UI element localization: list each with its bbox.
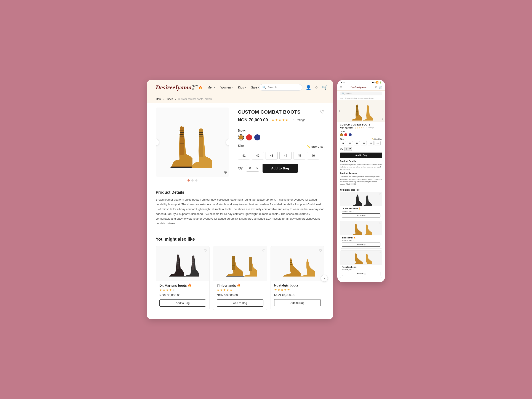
rec-add-button-dr-martens[interactable]: Add to Bag [159, 299, 206, 307]
size-grid: 41 42 43 44 45 46 [238, 152, 324, 160]
mobile-size-label: Size [340, 138, 344, 140]
mobile-size-row: Size 📏 Size Chart [340, 138, 382, 140]
mobile-menu-icon[interactable]: ☰ [340, 86, 342, 89]
mobile-rec-add-dr-martens[interactable]: Add to Bag [342, 213, 380, 218]
qty-select[interactable]: 0 1 2 3 [246, 165, 259, 172]
mobile-price: NGN 70,000.00 [340, 127, 354, 129]
mobile-size-chart-link[interactable]: 📏 Size Chart [372, 138, 382, 140]
mobile-swatch-red[interactable] [344, 133, 347, 136]
svg-point-8 [179, 130, 180, 131]
rec-card-dr-martens: ♡ [156, 246, 209, 310]
breadcrumb-shoes[interactable]: Shoes [166, 98, 173, 101]
rec-price-nostalgic: NGN 45,000.00 [274, 293, 321, 297]
mobile-size-43[interactable]: 43 [354, 141, 360, 145]
mobile-swatch-navy[interactable] [348, 133, 352, 136]
svg-rect-34 [249, 257, 252, 271]
rec-next-button[interactable]: › [321, 275, 328, 282]
qty-add-row: Qty 0 1 2 3 Add to Bag [238, 164, 324, 173]
size-btn-41[interactable]: 41 [238, 152, 250, 160]
color-swatch-red[interactable] [246, 134, 252, 141]
dot-3[interactable] [195, 179, 197, 181]
qty-label: Qty [238, 166, 243, 170]
rec-wishlist-timberlands[interactable]: ♡ [262, 248, 265, 252]
rec-wishlist-dr-martens[interactable]: ♡ [204, 248, 207, 252]
search-input[interactable] [268, 86, 299, 89]
color-swatch-navy[interactable] [254, 134, 260, 141]
mobile-wishlist-icon[interactable]: ♡ [375, 86, 377, 89]
product-details-section: CUSTOM COMBAT BOOTS ♡ NGN 70,000.00 ★ ★ … [238, 108, 324, 181]
mobile-size-46[interactable]: 46 [374, 141, 381, 145]
mobile-swatch-brown[interactable] [340, 133, 343, 136]
mobile-rec-card-timberlands: ♡ Timberlands🔥 NGN 50,000.0 [340, 221, 382, 249]
rec-price-timberlands: NGN 50,000.00 [217, 293, 263, 297]
nav-item-sale[interactable]: Sale ▾ [251, 86, 259, 89]
mobile-size-41[interactable]: 41 [340, 141, 346, 145]
mobile-rec-add-nostalgic[interactable]: Add to Bag [342, 272, 380, 276]
mobile-rec-img-dr-martens: ♡ [340, 192, 382, 206]
desktop-product-page: DesirееIyama New in 🔥 Men ▾ Women ▾ Kids… [147, 80, 333, 319]
mobile-status-icons: ●●● 📶 🔋 [372, 81, 381, 84]
mobile-search-bar[interactable]: 🔍 Search [340, 91, 382, 96]
size-section: Size 📏 Size Chart 41 42 43 44 45 46 [238, 144, 324, 160]
rec-price-dr-martens: NGN 85,000.00 [159, 293, 206, 297]
zoom-icon[interactable]: ⊕ [224, 170, 227, 175]
rec-card-info-dr-martens: Dr. Martens boots 🔥 ★ ★ ★ ★ ★ NGN 85,000… [156, 281, 209, 310]
account-icon[interactable]: 👤 [306, 85, 311, 90]
dot-1[interactable] [188, 179, 190, 181]
rec-card-image-timberlands: ♡ [213, 246, 267, 281]
nav-item-kids[interactable]: Kids ▾ [238, 86, 246, 89]
mobile-image-prev[interactable]: ‹ [339, 109, 340, 113]
mobile-rec-add-timberlands[interactable]: Add to Bag [342, 243, 380, 247]
color-swatch-brown[interactable] [238, 134, 244, 141]
size-btn-43[interactable]: 43 [266, 152, 278, 160]
product-wishlist-button[interactable]: ♡ [320, 109, 324, 115]
mobile-brand-logo[interactable]: DesirееIyama [350, 86, 366, 89]
product-image-section: ‹ [156, 108, 229, 181]
mobile-rec-wishlist-nostalgic[interactable]: ♡ [379, 251, 381, 254]
product-title: CUSTOM COMBAT BOOTS [238, 109, 301, 115]
rec-name-timberlands: Timberlands 🔥 [217, 283, 263, 287]
cart-icon[interactable]: 🛒 [322, 85, 327, 90]
nav-item-men[interactable]: Men ▾ [207, 86, 215, 89]
rec-add-button-nostalgic[interactable]: Add to Bag [274, 299, 321, 306]
rec-wishlist-nostalgic[interactable]: ♡ [319, 248, 322, 252]
mobile-cart-icon[interactable]: 🛒 [379, 86, 382, 89]
size-btn-44[interactable]: 44 [279, 152, 291, 160]
fire-icon: 🔥 [188, 283, 192, 287]
mobile-rec-wishlist-dr-martens[interactable]: ♡ [379, 193, 381, 195]
nav-item-newin[interactable]: New in 🔥 [192, 84, 202, 91]
size-chart-link[interactable]: 📏 Size Chart [307, 145, 324, 148]
star-2: ★ [275, 118, 278, 122]
mobile-size-45[interactable]: 45 [368, 141, 374, 145]
search-bar[interactable]: 🔍 [259, 84, 302, 91]
rec-stars-nostalgic: ★ ★ ★ ★ ★ [274, 288, 321, 291]
add-to-bag-button[interactable]: Add to Bag [263, 164, 298, 173]
image-next-button[interactable]: › [226, 139, 229, 146]
fire-icon: 🔥 [237, 283, 241, 287]
mobile-zoom-icon[interactable]: ⊕ [381, 118, 383, 120]
chevron-down-icon: ▾ [214, 86, 215, 89]
wishlist-icon[interactable]: ♡ [315, 85, 319, 90]
mobile-rec-wishlist-timberlands[interactable]: ♡ [379, 222, 381, 225]
rec-add-button-timberlands[interactable]: Add to Bag [217, 299, 263, 307]
dot-2[interactable] [191, 179, 194, 181]
mobile-qty-select[interactable]: 1 2 3 [344, 147, 352, 151]
size-btn-45[interactable]: 45 [293, 152, 305, 160]
mobile-qty-label: Qty [340, 148, 343, 150]
brand-logo[interactable]: DesirееIyama [156, 84, 192, 91]
product-title-row: CUSTOM COMBAT BOOTS ♡ [238, 109, 324, 115]
mobile-add-to-bag-button[interactable]: Add to Bag [340, 153, 382, 158]
mobile-size-42[interactable]: 42 [347, 141, 353, 145]
mobile-image-next[interactable]: › [383, 109, 384, 113]
nav-item-women[interactable]: Women ▾ [220, 86, 233, 89]
size-btn-42[interactable]: 42 [252, 152, 264, 160]
mobile-rec-info-dr-martens: Dr. Martens boots🔥 NGN 85,000.00 Add to … [340, 206, 382, 219]
size-btn-46[interactable]: 46 [307, 152, 319, 160]
mobile-boot-image [348, 101, 374, 121]
mobile-size-grid: 41 42 43 44 45 46 [340, 141, 382, 145]
mobile-colors [340, 133, 382, 136]
recommendations-section: You might also like ♡ [147, 230, 333, 319]
breadcrumb-men[interactable]: Men [156, 98, 161, 101]
mobile-size-44[interactable]: 44 [361, 141, 367, 145]
image-prev-button[interactable]: ‹ [156, 139, 159, 146]
